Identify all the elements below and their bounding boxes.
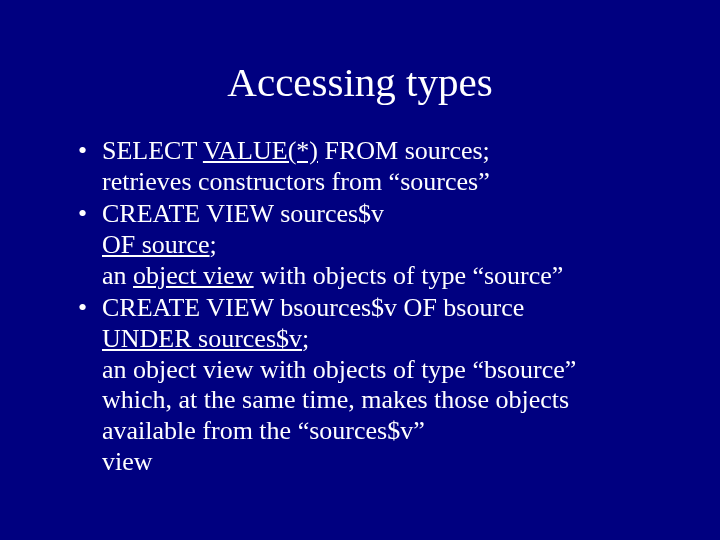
- slide-title: Accessing types: [0, 0, 720, 136]
- bullet-text: CREATE VIEW bsources$v OF bsourceUNDER s…: [102, 293, 660, 477]
- underlined-text: OF source: [102, 230, 210, 259]
- slide-body: •SELECT VALUE(*) FROM sources;retrieves …: [0, 136, 720, 477]
- bullet-text: CREATE VIEW sources$vOF source;an object…: [102, 199, 660, 291]
- text-run: which, at the same time, makes those obj…: [102, 385, 569, 414]
- bullet-mark: •: [78, 199, 102, 230]
- bullet-mark: •: [78, 136, 102, 167]
- bullet-item: •CREATE VIEW bsources$v OF bsourceUNDER …: [78, 293, 660, 477]
- text-run: FROM sources;: [318, 136, 490, 165]
- text-run: an object view with objects of type “bso…: [102, 355, 576, 384]
- text-run: ;: [302, 324, 309, 353]
- bullet-mark: •: [78, 293, 102, 324]
- underlined-text: object view: [133, 261, 254, 290]
- underlined-text: UNDER sources$v: [102, 324, 302, 353]
- text-run: retrieves constructors from “sources”: [102, 167, 490, 196]
- text-run: CREATE VIEW sources$v: [102, 199, 384, 228]
- slide: Accessing types •SELECT VALUE(*) FROM so…: [0, 0, 720, 540]
- underlined-text: VALUE(*): [203, 136, 318, 165]
- text-run: with objects of type “source”: [254, 261, 564, 290]
- text-run: CREATE VIEW bsources$v OF bsource: [102, 293, 524, 322]
- bullet-text: SELECT VALUE(*) FROM sources;retrieves c…: [102, 136, 660, 197]
- text-run: available from the “sources$v”: [102, 416, 425, 445]
- text-run: view: [102, 447, 153, 476]
- text-run: SELECT: [102, 136, 203, 165]
- text-run: ;: [210, 230, 217, 259]
- text-run: an: [102, 261, 133, 290]
- bullet-item: •CREATE VIEW sources$vOF source;an objec…: [78, 199, 660, 291]
- bullet-item: •SELECT VALUE(*) FROM sources;retrieves …: [78, 136, 660, 197]
